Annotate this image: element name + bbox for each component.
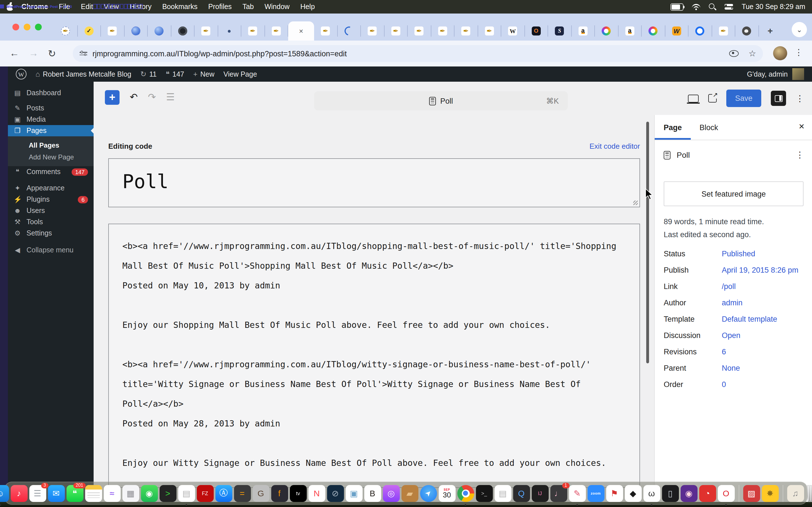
close-window-button[interactable] bbox=[12, 24, 19, 31]
maximize-window-button[interactable] bbox=[35, 24, 42, 31]
dock-launchpad-icon[interactable]: ▦ bbox=[122, 485, 139, 502]
profile-avatar[interactable] bbox=[773, 46, 787, 60]
menu-item-view[interactable]: View bbox=[104, 3, 119, 11]
dock-lightbulb-icon[interactable]: ✸ bbox=[762, 485, 778, 502]
tab-quill-11[interactable]: ✒ bbox=[314, 25, 338, 37]
dock-calendar-icon[interactable]: SEP30 bbox=[439, 485, 455, 502]
new-content-link[interactable]: + New bbox=[193, 70, 214, 78]
dock-pixelmator-icon[interactable]: ✎ bbox=[569, 485, 586, 502]
tab-block[interactable]: Block bbox=[691, 123, 727, 131]
dock-screenshot-icon[interactable]: ▣ bbox=[345, 485, 362, 502]
close-panel-icon[interactable]: ✕ bbox=[799, 122, 805, 131]
meta-value-link[interactable]: None bbox=[722, 364, 740, 372]
dock-purple-app-icon[interactable]: ◉ bbox=[680, 485, 697, 502]
sidebar-item-add-new-page[interactable]: Add New Page bbox=[8, 151, 94, 163]
sidebar-item-posts[interactable]: ✎Posts bbox=[8, 103, 94, 114]
summary-options-icon[interactable]: ⋮ bbox=[796, 150, 804, 160]
dock-app-store-icon[interactable]: Ⓐ bbox=[215, 485, 232, 502]
search-icon[interactable] bbox=[709, 3, 716, 10]
bookmark-star-icon[interactable]: ☆ bbox=[749, 48, 756, 59]
comments-link[interactable]: ❝ 147 bbox=[166, 70, 185, 78]
admin-greeting[interactable]: G'day, admin bbox=[747, 68, 804, 80]
tab-quill-16[interactable]: ✒ bbox=[431, 25, 455, 37]
dock-nosign-icon[interactable]: ⊘ bbox=[327, 485, 344, 502]
editor-options-icon[interactable]: ⋮ bbox=[796, 93, 804, 103]
view-page-external-icon[interactable]: ↗ bbox=[708, 94, 717, 103]
tab-quill-14[interactable]: ✒ bbox=[384, 25, 408, 37]
post-title-input[interactable]: Poll bbox=[108, 158, 640, 207]
forward-button[interactable]: → bbox=[29, 48, 38, 59]
menu-item-chrome[interactable]: Chrome bbox=[21, 3, 48, 11]
sidebar-item-tools[interactable]: ⚒Tools bbox=[8, 216, 94, 228]
tab-active[interactable]: ✕ bbox=[288, 21, 314, 41]
editor-scrollbar[interactable] bbox=[646, 122, 649, 363]
dock-zoom-icon[interactable]: zoom bbox=[587, 485, 604, 502]
sidebar-item-all-pages[interactable]: All Pages bbox=[8, 139, 94, 151]
control-center-icon[interactable] bbox=[725, 3, 733, 10]
tab-search-chevron-button[interactable]: ⌄ bbox=[792, 22, 807, 37]
wordpress-logo-icon[interactable]: W bbox=[16, 69, 27, 79]
menu-clock[interactable]: Tue 30 Sep 8:29 am bbox=[742, 3, 805, 11]
tab-sphered-3[interactable] bbox=[124, 25, 148, 37]
command-center-button[interactable]: Poll ⌘K bbox=[314, 91, 568, 110]
menu-item-bookmarks[interactable]: Bookmarks bbox=[162, 3, 197, 11]
dock-tooth-app-icon[interactable]: ω bbox=[643, 485, 660, 502]
dock-garageband-icon[interactable]: ♩1 bbox=[550, 485, 567, 502]
meta-value-link[interactable]: Published bbox=[722, 249, 755, 258]
dock-finder-icon[interactable]: ☺ bbox=[0, 485, 9, 502]
meta-value-link[interactable]: Default template bbox=[722, 315, 777, 323]
menu-item-file[interactable]: File bbox=[59, 3, 70, 11]
tab-tdot-7[interactable] bbox=[218, 25, 241, 37]
tab-amzn-24[interactable]: a bbox=[618, 25, 642, 37]
tab-darkc-29[interactable] bbox=[735, 25, 759, 37]
meta-value-link[interactable]: 6 bbox=[722, 348, 726, 356]
save-button[interactable]: Save bbox=[726, 90, 761, 107]
dock-calculator-icon[interactable]: = bbox=[234, 485, 251, 502]
back-button[interactable]: ← bbox=[10, 48, 19, 59]
tab-ring-27[interactable] bbox=[689, 25, 712, 37]
dock-apple-tv-icon[interactable]: tv bbox=[290, 485, 306, 502]
battery-icon[interactable] bbox=[670, 3, 683, 10]
dock-chrome-icon[interactable] bbox=[457, 485, 474, 502]
dock-iphone-icon[interactable]: ▯ bbox=[662, 485, 679, 502]
post-content-code-textarea[interactable]: <b><a href='//www.rjmprogramming.com.au/… bbox=[108, 224, 640, 488]
menu-item-edit[interactable]: Edit bbox=[81, 3, 93, 11]
tab-quill-15[interactable]: ✒ bbox=[408, 25, 431, 37]
dock-terminal-icon[interactable]: >_ bbox=[476, 485, 493, 502]
dock-flag-app-icon[interactable]: ⚑ bbox=[606, 485, 623, 502]
dock-freeform-icon[interactable]: ≈ bbox=[103, 485, 120, 502]
reload-button[interactable]: ↻ bbox=[48, 48, 56, 59]
minimize-window-button[interactable] bbox=[24, 24, 31, 31]
meta-value-link[interactable]: Open bbox=[722, 331, 741, 340]
tab-sphere-4[interactable] bbox=[148, 25, 171, 37]
dock-intellij-icon[interactable]: IJ bbox=[531, 485, 548, 502]
exit-code-editor-link[interactable]: Exit code editor bbox=[590, 142, 640, 150]
site-name-link[interactable]: ⌂ Robert James Metcalfe Blog bbox=[36, 70, 132, 78]
dock-messages-icon[interactable]: ❝201 bbox=[66, 485, 83, 502]
list-view-icon[interactable]: ☰ bbox=[166, 91, 175, 103]
sidebar-item-plugins[interactable]: ⚡Plugins6 bbox=[8, 194, 94, 205]
dock-inkscape-icon[interactable]: ◆ bbox=[624, 485, 642, 502]
tab-watt-26[interactable]: W bbox=[665, 25, 689, 37]
sidebar-item-settings[interactable]: ⚙Settings bbox=[8, 228, 94, 239]
tab-clock-1[interactable]: ✓ bbox=[78, 25, 101, 37]
meta-value-link[interactable]: 0 bbox=[722, 380, 726, 389]
tab-quilld-0[interactable]: ✒ bbox=[54, 25, 78, 37]
tab-chromed-5[interactable] bbox=[171, 25, 195, 37]
settings-panel-toggle-button[interactable] bbox=[771, 91, 786, 106]
dock-news-icon[interactable]: N bbox=[308, 485, 325, 502]
block-inserter-button[interactable]: + bbox=[105, 90, 119, 105]
undo-icon[interactable]: ↶ bbox=[130, 91, 138, 103]
tab-quill-13[interactable]: ✒ bbox=[361, 25, 384, 37]
dock-quicktime-icon[interactable]: Q bbox=[513, 485, 530, 502]
sidebar-item-collapse-menu[interactable]: ◀Collapse menu bbox=[8, 244, 94, 256]
dock-textedit-icon[interactable]: ▤ bbox=[494, 485, 511, 502]
resize-grip-icon[interactable] bbox=[633, 201, 638, 205]
dock-podcasts-icon[interactable]: ◎ bbox=[383, 485, 400, 502]
dock-dial-app-icon[interactable]: ◔ bbox=[699, 485, 716, 502]
tab-quill-8[interactable]: ✒ bbox=[241, 25, 265, 37]
tab-quill-6[interactable]: ✒ bbox=[195, 25, 218, 37]
tab-quill-28[interactable]: ✒ bbox=[712, 25, 735, 37]
wifi-icon[interactable] bbox=[692, 4, 700, 10]
tab-dots-23[interactable] bbox=[595, 25, 618, 37]
